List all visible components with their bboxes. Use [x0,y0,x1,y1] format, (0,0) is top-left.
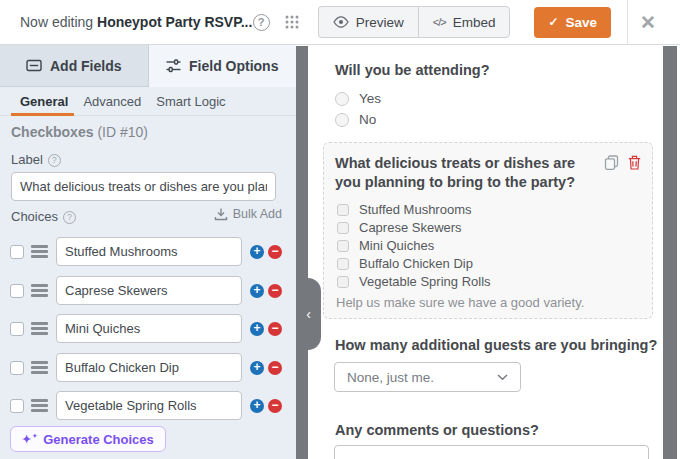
choice-default-checkbox[interactable] [10,322,24,336]
remove-choice-icon[interactable]: − [268,245,282,259]
embed-button[interactable]: </> Embed [418,6,511,38]
attending-question-label: Will you be attending? [335,62,490,78]
guests-question-label: How many additional guests are you bring… [335,337,657,353]
drag-handle-icon[interactable] [31,399,48,412]
dishes-option-5: Vegetable Spring Rolls [337,274,491,289]
guests-select[interactable]: None, just me. [334,362,521,392]
trash-icon[interactable] [628,155,641,170]
add-choice-icon[interactable]: + [250,284,264,298]
generate-choices-button[interactable]: ✦✦ Generate Choices [10,426,166,452]
embed-button-label: Embed [453,15,496,30]
choice-default-checkbox[interactable] [10,245,24,259]
choice-default-checkbox[interactable] [10,399,24,413]
remove-choice-icon[interactable]: − [268,399,282,413]
checkbox-icon[interactable] [337,276,349,288]
radio-icon[interactable] [335,113,349,127]
preview-scrollbar[interactable] [663,46,677,459]
save-button[interactable]: ✓ Save [534,7,611,38]
checkbox-option-label: Buffalo Chicken Dip [359,256,473,271]
collapse-sidebar-handle[interactable]: ‹ [296,278,321,350]
choice-default-checkbox[interactable] [10,361,24,375]
add-choice-icon[interactable]: + [250,322,264,336]
dishes-option-3: Mini Quiches [337,238,434,253]
add-choice-icon[interactable]: + [250,399,264,413]
tab-field-options-label: Field Options [189,58,278,74]
close-icon[interactable]: ✕ [628,11,668,34]
choice-row-1: + − [10,237,282,266]
choice-input[interactable] [56,391,242,420]
bulk-add-icon [214,208,228,221]
checkbox-option-label: Stuffed Mushrooms [359,202,471,217]
choices-option-label: Choices [11,209,58,224]
choice-row-2: + − [10,276,282,305]
preview-button-label: Preview [356,15,404,30]
duplicate-icon[interactable] [604,155,619,170]
collapse-chevron-icon: ‹ [306,306,311,322]
check-icon: ✓ [548,15,558,29]
dishes-option-2: Caprese Skewers [337,220,462,235]
apps-grid-icon[interactable] [284,14,300,30]
attending-option-yes: Yes [335,91,381,106]
choice-row-4: + − [10,353,282,382]
sidebar-tabs: Add Fields Field Options [0,45,296,87]
radio-option-label: No [359,112,376,127]
dishes-option-4: Buffalo Chicken Dip [337,256,473,271]
tab-field-options[interactable]: Field Options [149,45,297,87]
drag-handle-icon[interactable] [31,245,48,258]
add-fields-icon [26,59,42,72]
now-editing-title: Now editing Honeypot Party RSVP... [20,14,253,30]
form-title: Honeypot Party RSVP... [97,14,252,30]
checkbox-option-label: Caprese Skewers [359,220,462,235]
sidebar-scrollbar[interactable] [296,46,308,459]
label-option-label: Label [11,152,43,167]
choice-input[interactable] [56,237,242,266]
choice-input[interactable] [56,276,242,305]
subtab-advanced[interactable]: Advanced [83,87,141,115]
eye-icon [333,16,349,28]
tab-add-fields[interactable]: Add Fields [0,45,149,87]
field-options-sidebar: Add Fields Field Options Gen [0,45,296,459]
preview-button[interactable]: Preview [318,6,418,38]
choice-input[interactable] [56,314,242,343]
subtab-general[interactable]: General [20,87,68,115]
drag-handle-icon[interactable] [31,284,48,297]
checkbox-icon[interactable] [337,258,349,270]
chevron-down-icon [497,374,508,381]
topbar-actions: ? P [253,0,668,44]
label-input[interactable] [11,172,276,201]
drag-handle-icon[interactable] [31,361,48,374]
field-type-heading: Checkboxes (ID #10) [11,124,148,140]
checkbox-icon[interactable] [337,204,349,216]
add-choice-icon[interactable]: + [250,245,264,259]
drag-handle-icon[interactable] [31,322,48,335]
dishes-option-1: Stuffed Mushrooms [337,202,471,217]
radio-icon[interactable] [335,92,349,106]
selected-checkboxes-field[interactable]: What delicious treats or dishes are you … [323,142,653,319]
add-choice-icon[interactable]: + [250,361,264,375]
form-builder-screen: Now editing Honeypot Party RSVP... ? [0,0,680,459]
choice-default-checkbox[interactable] [10,284,24,298]
bulk-add-button[interactable]: Bulk Add [214,207,282,221]
field-action-icons [604,155,641,170]
choices-help-icon[interactable]: ? [63,211,76,224]
checkbox-option-label: Vegetable Spring Rolls [359,274,491,289]
comments-textarea[interactable] [334,445,649,459]
remove-choice-icon[interactable]: − [268,284,282,298]
comments-question-label: Any comments or questions? [335,422,539,438]
choice-row-5: + − [10,391,282,420]
remove-choice-icon[interactable]: − [268,322,282,336]
label-help-icon[interactable]: ? [48,154,61,167]
code-icon: </> [433,16,446,28]
choice-input[interactable] [56,353,242,382]
subtab-smart-logic[interactable]: Smart Logic [156,87,225,115]
checkbox-icon[interactable] [337,222,349,234]
help-icon[interactable]: ? [253,14,270,31]
remove-choice-icon[interactable]: − [268,361,282,375]
choice-row-3: + − [10,314,282,343]
save-button-label: Save [565,15,597,30]
option-subtabs: General Advanced Smart Logic [0,87,296,116]
checkbox-icon[interactable] [337,240,349,252]
now-editing-prefix: Now editing [20,14,97,30]
label-option-row: Label? [11,152,61,167]
checkbox-option-label: Mini Quiches [359,238,434,253]
